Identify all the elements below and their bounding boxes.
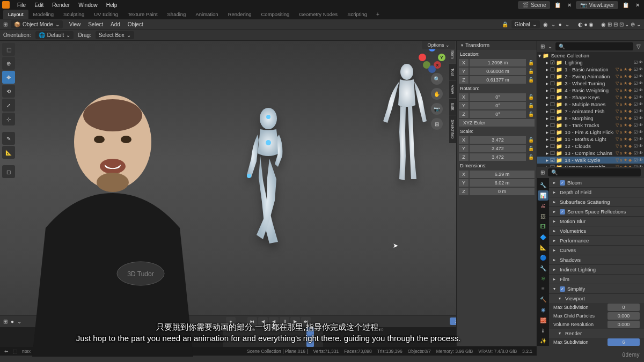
menu-window[interactable]: Window <box>74 1 102 9</box>
outliner-item[interactable]: ▸ ☐ 📁12 - Clouds▽ a ★ ◆☑ 👁 <box>537 143 644 150</box>
viewport-max-subdiv-field[interactable]: 0 <box>608 304 640 311</box>
outliner-item[interactable]: ▸ ☐ 📁5 - Shape Keys▽ a ★ ◆☑ 👁 <box>537 94 644 101</box>
add-workspace-icon[interactable]: + <box>372 11 384 17</box>
cursor-tool-icon[interactable]: ⊕ <box>2 57 15 70</box>
header-menu-select[interactable]: Select <box>85 20 106 28</box>
new-scene-icon[interactable]: 📋 <box>552 2 563 8</box>
orientation-select[interactable]: 🌐 Default ⌄ <box>35 31 74 39</box>
outliner-type-icon[interactable]: ⊞ <box>540 43 545 49</box>
dim-x-field[interactable]: 6.29 m <box>470 171 535 178</box>
lock-icon[interactable]: 🔓 <box>527 76 535 84</box>
n-tab-sketchfab[interactable]: Sketchfab <box>449 115 456 143</box>
orientation-dropdown[interactable]: Global ⌄ <box>511 20 540 28</box>
workspace-tab-scripting[interactable]: Scripting <box>342 10 372 19</box>
workspace-tab-sculpting[interactable]: Sculpting <box>58 10 89 19</box>
dim-z-field[interactable]: 0 m <box>470 188 535 195</box>
gizmo-y-axis[interactable]: Y <box>438 54 445 61</box>
section-bloom[interactable]: ✓ Bloom <box>549 178 644 187</box>
outliner-item[interactable]: ▸ ☐ 📁11 - Moths & Light▽ a ★ ◆☑ 👁 <box>537 136 644 143</box>
lock-icon[interactable]: 🔓 <box>527 136 535 144</box>
property-tab-10[interactable]: ≡ <box>538 284 548 294</box>
dim-y-field[interactable]: 6.02 m <box>470 179 535 187</box>
workspace-tab-uv-editing[interactable]: UV Editing <box>89 10 123 19</box>
new-scene-x-icon[interactable]: ✕ <box>565 2 574 8</box>
lock-icon[interactable]: 🔓 <box>527 153 535 161</box>
viewport-vol-res-field[interactable]: 0.000 <box>608 321 640 328</box>
scale-x-field[interactable]: 3.472 <box>470 136 526 144</box>
property-tab-4[interactable]: 🎞 <box>538 222 548 232</box>
render-max-subdiv-field[interactable]: 6 <box>608 338 640 346</box>
outliner-item[interactable]: ▸ ☐ 📁3 - Wheel Turning▽ a ★ ◆☑ 👁 <box>537 80 644 87</box>
workspace-tab-rendering[interactable]: Rendering <box>223 10 257 19</box>
lock-icon[interactable]: 🔓 <box>527 102 535 109</box>
outliner-item[interactable]: ▸ ☐ 📁2 - Swing Animation▽ a ★ ◆☑ 👁 <box>537 73 644 80</box>
location-x-field[interactable]: 1.2098 m <box>470 59 526 67</box>
workspace-tab-geometry-nodes[interactable]: Geometry Nodes <box>294 10 342 19</box>
section-shadows[interactable]: Shadows <box>549 255 644 264</box>
property-tab-0[interactable]: 🔧 <box>538 180 548 190</box>
rotation-y-field[interactable]: 0° <box>470 102 526 109</box>
section-screen-space-reflections[interactable]: ✓ Screen Space Reflections <box>549 207 644 216</box>
workspace-tab-shading[interactable]: Shading <box>163 10 191 19</box>
n-tab-edit[interactable]: Edit <box>449 99 456 115</box>
property-tab-13[interactable]: 🧱 <box>538 315 548 325</box>
workspace-tab-animation[interactable]: Animation <box>191 10 223 19</box>
workspace-tab-layout[interactable]: Layout <box>3 10 28 19</box>
select-box-dropdown[interactable]: Select Box ⌄ <box>96 31 134 39</box>
editor-type-icon[interactable]: ⊞ <box>3 21 8 27</box>
outliner-item[interactable]: ▸ ☐ 📁9 - Tank Tracks▽ a ★ ◆☑ 👁 <box>537 122 644 129</box>
n-tab-tool[interactable]: Tool <box>449 64 456 80</box>
section-depth-of-field[interactable]: Depth of Field <box>549 188 644 197</box>
section-volumetrics[interactable]: Volumetrics <box>549 226 644 235</box>
scale-z-field[interactable]: 3.472 <box>470 153 526 161</box>
close-icon[interactable]: ✕ <box>633 2 642 8</box>
select-box-tool-icon[interactable]: ⬚ <box>2 43 15 56</box>
lock-icon[interactable]: 🔓 <box>527 59 535 67</box>
header-menu-object[interactable]: Object <box>125 20 147 28</box>
gizmo-z-neg-axis[interactable] <box>428 65 436 73</box>
options-dropdown[interactable]: Options ⌄ <box>422 41 455 49</box>
rotation-x-field[interactable]: 0° <box>470 93 526 101</box>
property-tab-11[interactable]: 🔨 <box>538 294 548 304</box>
outliner[interactable]: ⊞⌄ 🔍 ▽ ▾ 📁Scene Collection ▸ ☑ 📁Lighting… <box>537 41 644 167</box>
section-performance[interactable]: Performance <box>549 236 644 245</box>
workspace-tab-texture-paint[interactable]: Texture Paint <box>123 10 162 19</box>
simplify-viewport-header[interactable]: Viewport <box>549 294 644 303</box>
proportional-icon[interactable]: ● <box>559 21 562 27</box>
section-subsurface-scattering[interactable]: Subsurface Scattering <box>549 197 644 206</box>
outliner-item[interactable]: ▸ ☐ 📁10 - Fire & Light Flicker▽ a ★ ◆☑ 👁 <box>537 129 644 136</box>
location-z-field[interactable]: 0.61377 m <box>470 76 526 84</box>
outliner-item[interactable]: ▸ ☐ 📁7 - Animated Fish▽ a ★ ◆☑ 👁 <box>537 108 644 115</box>
section-indirect-lighting[interactable]: Indirect Lighting <box>549 265 644 274</box>
menu-edit[interactable]: Edit <box>30 1 48 9</box>
outliner-item[interactable]: ▸ ☐ 📁4 - Basic Weighting▽ a ★ ◆☑ 👁 <box>537 87 644 94</box>
lock-icon[interactable]: 🔓 <box>527 68 535 75</box>
section-curves[interactable]: Curves <box>549 246 644 255</box>
property-tab-7[interactable]: 🔵 <box>538 253 548 263</box>
lock-icon[interactable]: 🔓 <box>527 145 535 152</box>
outliner-collection[interactable]: ▾ 📁Scene Collection <box>537 52 644 59</box>
property-tab-12[interactable]: ◉ <box>538 305 548 315</box>
property-tab-9[interactable]: ⚛ <box>538 274 548 283</box>
menu-render[interactable]: Render <box>48 1 74 9</box>
rotation-mode-dropdown[interactable]: XYZ Euler <box>459 119 535 127</box>
viewport-child-particles-field[interactable]: 0.000 <box>608 312 640 320</box>
outliner-item[interactable]: ▸ ☐ 📁1 - Basic Animation▽ a ★ ◆☑ 👁 <box>537 66 644 73</box>
property-tab-5[interactable]: 🔷 <box>538 232 548 242</box>
n-tab-view[interactable]: View <box>449 80 456 98</box>
mode-dropdown[interactable]: 📦 Object Mode ⌄ <box>11 20 63 28</box>
section-motion-blur[interactable]: Motion Blur <box>549 217 644 226</box>
transform-panel-header[interactable]: Transform <box>457 41 537 50</box>
property-tab-6[interactable]: 📐 <box>538 242 548 252</box>
property-tab-15[interactable]: ✨ <box>538 336 548 346</box>
workspace-tab-modeling[interactable]: Modeling <box>28 10 59 19</box>
simplify-render-header[interactable]: Render <box>549 329 644 338</box>
property-tab-1[interactable]: 📊 <box>538 190 548 200</box>
header-menu-view[interactable]: View <box>66 20 84 28</box>
gizmo-x-neg-axis[interactable] <box>419 54 426 61</box>
section-simplify[interactable]: ✓ Simplify <box>549 284 644 293</box>
menu-file[interactable]: File <box>13 1 30 9</box>
filter-icon[interactable]: ▽ <box>636 43 641 49</box>
move-tool-icon[interactable]: ✥ <box>2 71 15 84</box>
property-tab-2[interactable]: 🖨 <box>538 201 548 211</box>
